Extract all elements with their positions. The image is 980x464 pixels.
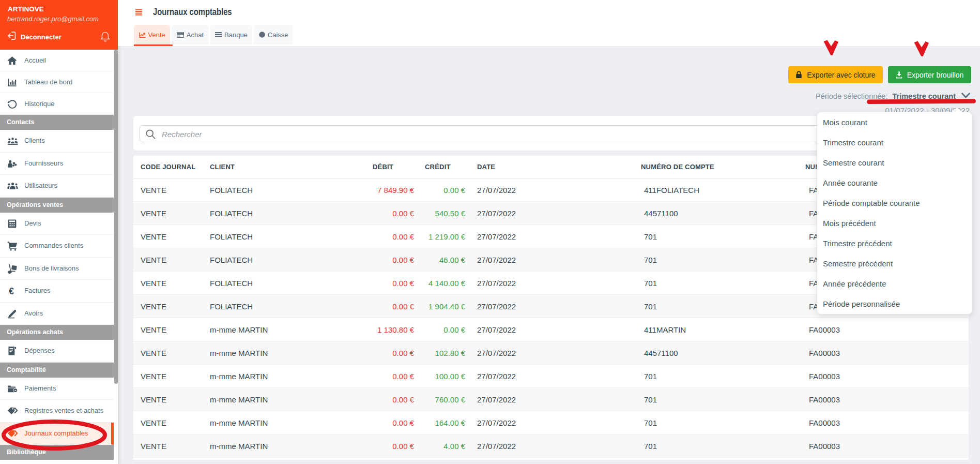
svg-text:€: € — [9, 286, 14, 296]
